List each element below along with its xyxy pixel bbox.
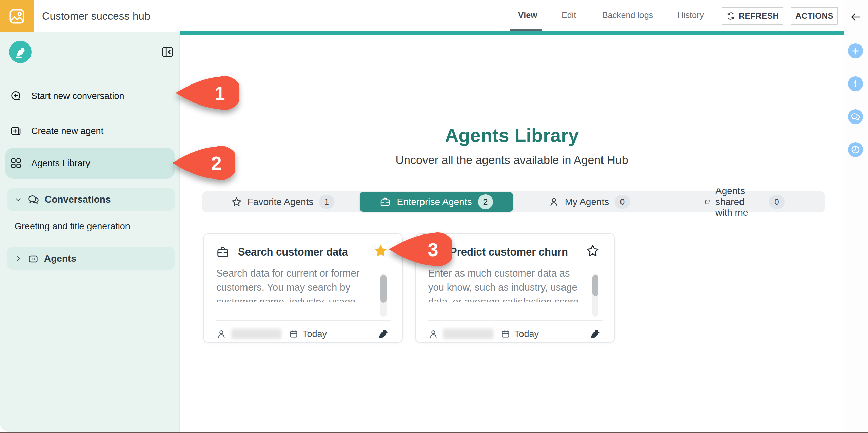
tab-count-badge: 0: [614, 195, 630, 209]
clock-icon: [851, 145, 860, 154]
chevron-down-icon: [14, 195, 22, 204]
tab-label: Favorite Agents: [248, 196, 314, 207]
person-icon: [216, 329, 226, 339]
sidebar-item-label: Create new agent: [31, 126, 103, 136]
bird-logo-icon: [13, 45, 27, 59]
sidebar-divider: [0, 73, 179, 73]
info-icon: i: [854, 78, 857, 89]
tab-my-agents[interactable]: My Agents 0: [549, 191, 630, 212]
back-arrow-icon[interactable]: [849, 11, 862, 23]
card-scrollbar-thumb[interactable]: [380, 275, 387, 303]
briefcase-icon: [380, 196, 391, 207]
tab-count-badge: 2: [478, 194, 493, 209]
top-bar: Customer success hub View Edit Backend l…: [0, 0, 868, 32]
image-icon: [8, 7, 26, 25]
annotation-callout-2: 2: [171, 145, 235, 181]
rail-info-button[interactable]: i: [848, 76, 863, 91]
bird-agent-icon: [376, 327, 389, 340]
share-icon: [705, 196, 710, 207]
author-name-blurred: [231, 329, 281, 339]
tab-backend-logs[interactable]: Backend logs: [602, 0, 653, 30]
annotation-number: 3: [428, 239, 438, 260]
card-description: Enter as much customer data as you know,…: [428, 266, 584, 302]
conversation-item-label: Greeting and title generation: [15, 221, 130, 232]
main-top-rule: [180, 31, 844, 35]
annotation-number: 2: [211, 152, 221, 174]
rail-conversations-button[interactable]: [848, 109, 863, 124]
agent-card-search-customer-data[interactable]: Search customer data Search data for cur…: [203, 233, 403, 343]
tab-label: My Agents: [565, 196, 609, 207]
refresh-icon: [726, 11, 735, 21]
robot-icon: [28, 253, 39, 264]
annotation-number: 1: [214, 82, 225, 104]
rail-add-button[interactable]: [848, 43, 863, 58]
conversations-icon: [28, 194, 39, 205]
calendar-icon: [289, 329, 298, 339]
card-footer-divider: [216, 320, 391, 321]
tab-label: Agents shared with me: [715, 186, 764, 218]
app-window: Customer success hub View Edit Backend l…: [0, 0, 868, 433]
conversation-item-greeting[interactable]: Greeting and title generation: [7, 216, 175, 237]
section-label: Agents: [44, 253, 76, 264]
tab-view[interactable]: View: [518, 0, 537, 30]
actions-button[interactable]: ACTIONS: [791, 7, 838, 25]
assistant-avatar[interactable]: [9, 41, 32, 63]
sidebar-item-create-new-agent[interactable]: Create new agent: [5, 115, 175, 147]
favorite-star-icon[interactable]: [374, 244, 388, 258]
card-date: Today: [514, 329, 539, 339]
card-footer-divider: [428, 320, 603, 321]
sidebar-item-label: Agents Library: [31, 158, 90, 169]
card-date: Today: [302, 329, 327, 339]
window-bottom-edge: [0, 432, 868, 433]
right-rail: [844, 0, 868, 433]
sidebar-item-label: Start new conversation: [31, 91, 124, 101]
chat-plus-icon: [10, 90, 22, 102]
collapse-sidebar-icon[interactable]: [161, 46, 174, 58]
sidebar-section-agents[interactable]: Agents: [7, 247, 175, 270]
tab-enterprise-agents[interactable]: Enterprise Agents 2: [360, 192, 513, 212]
annotation-callout-1: 1: [174, 75, 239, 111]
plus-icon: [851, 46, 860, 55]
card-scrollbar-thumb[interactable]: [592, 275, 598, 296]
tab-count-badge: 0: [769, 195, 785, 209]
chat-bubbles-icon: [851, 112, 860, 121]
actions-label: ACTIONS: [795, 11, 833, 21]
tab-count-badge: 1: [319, 195, 334, 209]
chevron-right-icon: [14, 255, 22, 263]
star-icon: [231, 196, 242, 207]
square-plus-icon: [10, 125, 22, 137]
card-title: Search customer data: [238, 246, 348, 258]
card-description: Search data for current or former custom…: [216, 266, 372, 302]
workspace-logo[interactable]: [0, 0, 34, 32]
page-title: Agents Library: [180, 125, 844, 146]
refresh-label: REFRESH: [739, 11, 779, 21]
tab-agents-shared-with-me[interactable]: Agents shared with me 0: [705, 191, 785, 212]
bird-agent-icon: [588, 327, 601, 340]
tab-history[interactable]: History: [677, 0, 704, 30]
annotation-callout-3: 3: [388, 232, 452, 267]
grid-icon: [10, 157, 22, 169]
page-subtitle: Uncover all the agents available in Agen…: [180, 153, 844, 167]
tab-edit[interactable]: Edit: [561, 0, 576, 30]
app-title: Customer success hub: [42, 0, 150, 32]
author-name-blurred: [443, 329, 493, 339]
tab-favorite-agents[interactable]: Favorite Agents 1: [231, 191, 335, 212]
sidebar: Start new conversation Create new agent …: [0, 32, 180, 432]
sidebar-section-conversations[interactable]: Conversations: [7, 188, 175, 211]
person-icon: [428, 329, 438, 339]
briefcase-icon: [216, 246, 229, 259]
calendar-icon: [501, 329, 510, 339]
favorite-star-icon[interactable]: [586, 244, 600, 258]
person-icon: [549, 196, 559, 207]
sidebar-item-start-new-conversation[interactable]: Start new conversation: [5, 80, 175, 112]
card-title: Predict customer churn: [450, 246, 568, 258]
sidebar-item-agents-library[interactable]: Agents Library: [5, 148, 175, 179]
section-label: Conversations: [45, 194, 111, 205]
rail-history-button[interactable]: [848, 142, 863, 157]
tab-label: Enterprise Agents: [397, 196, 472, 207]
agents-filter-tabbar: Favorite Agents 1 Enterprise Agents 2 My…: [202, 191, 825, 212]
refresh-button[interactable]: REFRESH: [722, 7, 783, 25]
